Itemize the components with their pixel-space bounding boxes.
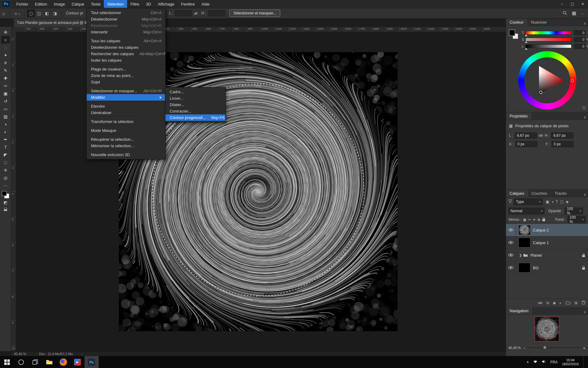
tray-expand-icon[interactable]: ∧ [526,360,529,364]
slider-track[interactable] [526,31,571,35]
slider-marker[interactable] [525,48,527,50]
menu-item-deselectionner-les-calques[interactable]: Désélectionner les calques [87,44,165,51]
layer-style-icon[interactable]: fx [546,301,549,305]
taskbar-search-icon[interactable] [14,356,28,368]
layer-visibility-eye-icon[interactable] [506,249,516,261]
menu-item-plage-de-couleurs[interactable]: Plage de couleurs... [87,66,165,72]
new-selection-mode-icon[interactable]: ▢ [27,10,35,17]
taskbar-task-view-icon[interactable] [28,356,42,368]
adjustment-layer-icon[interactable]: ◐ [560,301,562,305]
menu-texte[interactable]: Texte [88,0,104,8]
tab-proprietes[interactable]: Propriétés [506,113,531,120]
language-indicator[interactable]: FRA [550,360,558,364]
menu-calque[interactable]: Calque [68,0,88,8]
panel-menu-icon[interactable]: ≡ [581,21,588,26]
select-and-mask-button[interactable]: Sélectionner et masquer... [229,10,280,17]
edit-toolbar-icon[interactable]: ⋯ [4,183,8,188]
layer-name[interactable]: Planet [530,253,542,258]
menu-item-tous-les-calques[interactable]: Tous les calquesAlt+Ctrl+A [87,38,165,44]
menu-item-cadre[interactable]: Cadre... [165,89,225,95]
color-swatches[interactable] [2,191,9,198]
filter-funnel-icon[interactable] [508,200,512,204]
menu-3d[interactable]: 3D [143,0,155,8]
layer-row-planet[interactable]: ❯Planet [506,249,588,262]
clock[interactable]: 15:04 18/02/2019 [562,358,579,366]
layer-name[interactable]: Calque 2 [533,228,549,232]
zoom-tool[interactable]: ◎ [1,174,10,182]
lock-pixels-icon[interactable]: ✏ [528,218,531,222]
taskbar-file-explorer-icon[interactable] [42,356,56,368]
link-layers-icon[interactable] [538,301,542,305]
menu-item-reselectionner[interactable]: ResélectionnerMaj+Ctrl+D [87,22,165,29]
network-icon[interactable] [533,360,537,364]
eraser-tool[interactable]: ▭ [1,105,10,113]
menu-image[interactable]: Image [51,0,68,8]
home-icon[interactable]: ⌂ [0,11,7,16]
menu-item-generaliser[interactable]: Généraliser [87,109,165,116]
menu-filtre[interactable]: Filtre [127,0,143,8]
marquee-tool[interactable]: ○ [1,36,10,44]
quick-selection-tool[interactable]: ✦ [1,51,10,59]
slider-track[interactable] [526,44,571,48]
layer-name[interactable]: Calque 1 [533,240,549,245]
layer-row-calque-1[interactable]: Calque 1 [506,236,588,249]
close-icon[interactable]: ✕ [578,0,588,8]
menu-item-modifier[interactable]: Modifier▶ [87,94,165,101]
intersect-selection-mode-icon[interactable]: ◨ [51,10,59,17]
menu-item-tout-selectionner[interactable]: Tout sélectionnerCtrl+A [87,10,165,16]
blur-tool[interactable]: ◑ [1,120,10,128]
zoom-out-mountain-icon[interactable]: ▲ [523,347,525,349]
menu-item-recuperer-la-selection[interactable]: Récupérer la sélection... [87,136,165,143]
eyedropper-tool[interactable]: ✎ [1,67,10,74]
tab-couches[interactable]: Couches [528,190,551,197]
menu-item-intervertir[interactable]: IntervertirMaj+Ctrl+I [87,29,165,35]
filter-adjustment-icon[interactable]: ◑ [551,200,553,204]
opacity-dropdown[interactable]: 100 % ▾ [565,208,583,214]
layer-thumbnail[interactable] [518,225,530,235]
menu-item-transformer-la-selection[interactable]: Transformer la sélection [87,118,165,125]
new-layer-icon[interactable]: ⊞ [575,301,578,305]
clone-stamp-tool[interactable]: ▣ [1,90,10,97]
lasso-tool[interactable]: ◌ [1,44,10,51]
menu-item-deselectionner[interactable]: DésélectionnerMaj+Ctrl+A [87,16,165,22]
crop-tool[interactable]: # [1,59,10,67]
menu-selection[interactable]: Sélection [104,0,127,8]
taskbar-firefox-icon[interactable] [56,356,70,368]
menu-item-memoriser-la-selection[interactable]: Mémoriser la sélection... [87,143,165,149]
layer-thumbnail[interactable] [518,238,530,247]
brush-tool[interactable]: ✑ [1,82,10,90]
filter-type-dropdown[interactable]: Type ▾ [514,198,543,205]
lock-artboard-icon[interactable]: ⊞ [537,218,540,222]
menu-item-contour-progressif[interactable]: Contour progressif...Maj+F6 [165,114,225,121]
y-value[interactable]: 0 px [552,141,574,147]
layer-mask-icon[interactable]: ◙ [553,301,555,305]
tool-preset-icon[interactable]: ○ ▾ [12,11,22,16]
subtract-selection-mode-icon[interactable]: ◧ [43,10,51,17]
group-expand-chevron-icon[interactable]: ❯ [519,253,522,257]
menu-item-contracter[interactable]: Contracter... [165,108,225,114]
menu-affichage[interactable]: Affichage [154,0,178,8]
panel-color-swatches[interactable] [509,30,518,39]
blend-mode-dropdown[interactable]: Normal ▾ [508,208,545,214]
tab-navigation[interactable]: Navigation [506,307,532,314]
filter-pixel-icon[interactable]: ▣ [546,200,549,204]
panel-menu-icon[interactable]: ≡ [581,115,588,120]
healing-brush-tool[interactable]: ✚ [1,74,10,82]
chevron-down-icon[interactable]: ⌄ [581,12,584,15]
menu-fichier[interactable]: Fichier [13,0,32,8]
slider-value[interactable]: 0 [574,37,586,42]
navigator-zoom-slider[interactable] [528,347,580,348]
navigator-zoom-value[interactable]: 45,45 % [508,346,521,350]
navigator-preview[interactable] [535,317,559,341]
height-value[interactable]: 6,67 po [551,132,573,139]
minimize-icon[interactable]: – [557,0,567,8]
panel-menu-icon[interactable]: ≡ [581,310,588,314]
slider-value[interactable]: 0 [574,44,586,49]
zoom-slider-thumb[interactable] [544,346,546,349]
lock-all-icon[interactable] [542,217,545,222]
menu-item-dilater[interactable]: Dilater... [165,102,225,108]
menu-edition[interactable]: Edition [32,0,51,8]
quick-mask-icon[interactable]: ◩ [4,200,7,205]
layer-thumbnail[interactable] [518,263,530,273]
foreground-color-swatch[interactable] [509,30,515,36]
